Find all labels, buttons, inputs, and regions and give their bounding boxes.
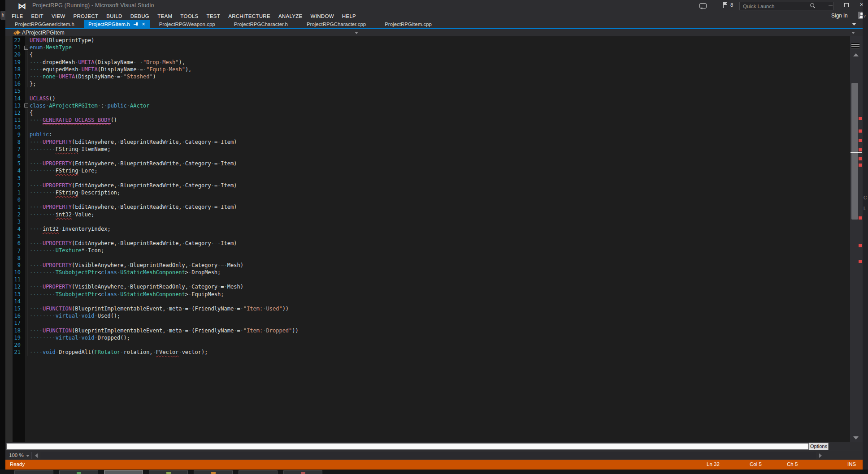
tab-projectrpgitem.cpp[interactable]: ProjectRPGItem.cpp [375, 20, 441, 28]
menu-architecture[interactable]: ARCHITECTURE [224, 13, 274, 19]
code-line[interactable]: ········UTexture*·Icon; [27, 247, 104, 254]
taskbar-button[interactable] [14, 470, 53, 474]
hscroll-left-icon[interactable] [35, 453, 38, 458]
menu-project[interactable]: PROJECT [69, 13, 103, 19]
code-line[interactable]: public: [27, 131, 52, 138]
menu-analyze[interactable]: ANALYZE [274, 13, 307, 19]
menu-team[interactable]: TEAM [153, 13, 176, 19]
restore-button[interactable] [840, 0, 853, 10]
code-line[interactable]: ········TSubobjectPtr<class·UStaticMeshC… [27, 269, 221, 276]
code-line[interactable]: ····UPROPERTY(VisibleAnywhere,·Blueprint… [27, 283, 243, 290]
taskbar-button[interactable] [194, 470, 233, 474]
code-line[interactable]: ····UPROPERTY(EditAnywhere,·BlueprintRea… [27, 203, 237, 211]
code-line[interactable]: ····equipedMesh·UMETA(DisplayName·=·"Equ… [27, 66, 191, 73]
code-line[interactable]: ········FString·Lore; [27, 167, 98, 174]
notification-count[interactable]: 8 [730, 2, 733, 8]
code-row: 8 [5, 254, 850, 262]
feedback-icon[interactable] [699, 3, 707, 9]
scrollbar-thumb[interactable] [851, 83, 858, 220]
taskbar-button[interactable] [283, 470, 322, 474]
find-bar-input[interactable] [6, 443, 809, 450]
tab-projectrpgcharacter.cpp[interactable]: ProjectRPGCharacter.cpp [297, 20, 375, 28]
tab-overflow-icon[interactable] [852, 23, 856, 26]
code-line[interactable]: ····UFUNCTION(BlueprintImplementableEven… [27, 305, 289, 312]
menu-edit[interactable]: EDIT [27, 13, 48, 19]
split-editor-handle[interactable] [851, 43, 859, 49]
tab-projectrpggenericitem.h[interactable]: ProjectRPGGenericItem.h [5, 20, 84, 28]
vertical-scrollbar[interactable] [850, 36, 863, 442]
code-line[interactable]: ····dropedMesh·UMETA(DisplayName·=·"Drop… [27, 59, 185, 66]
taskbar-button[interactable] [239, 470, 278, 474]
code-line[interactable]: ····void·DroppedAlt(FRotator·rotation,·F… [27, 349, 208, 356]
minimize-button[interactable] [824, 0, 837, 10]
line-number: 8 [5, 139, 21, 145]
menu-file[interactable]: FILE [8, 13, 27, 19]
code-token: UPROPERTY [43, 284, 72, 290]
menu-build[interactable]: BUILD [102, 13, 126, 19]
fold-column [21, 218, 27, 225]
menu-debug[interactable]: DEBUG [126, 13, 153, 19]
code-token: ···· [30, 327, 43, 334]
navbar-members-chevron-icon[interactable] [851, 32, 855, 34]
error-mark [859, 157, 862, 160]
scroll-down-icon[interactable] [853, 436, 859, 440]
code-line[interactable]: class·AProjectRPGItem·:·public·AActor [27, 102, 149, 109]
code-line[interactable]: { [27, 51, 33, 58]
code-line[interactable]: ····UPROPERTY(VisibleAnywhere,·Blueprint… [27, 262, 243, 269]
fold-collapse-icon[interactable]: − [24, 103, 28, 108]
quick-launch-input[interactable] [739, 2, 834, 10]
code-line[interactable]: ········int32·Value; [27, 211, 95, 218]
taskbar-button[interactable] [149, 470, 188, 474]
zoom-chevron-icon[interactable] [26, 455, 30, 457]
code-token: Mesh) [227, 284, 243, 290]
code-line[interactable]: ········TSubobjectPtr<class·UStaticMeshC… [27, 291, 224, 298]
code-line[interactable]: ········FString·Description; [27, 189, 120, 196]
code-row: 10 [5, 124, 850, 131]
fold-collapse-icon[interactable]: − [24, 46, 28, 50]
code-token: FVector [156, 349, 179, 355]
horizontal-scrollbar[interactable] [40, 452, 816, 459]
code-line[interactable]: }; [27, 80, 36, 87]
menu-label-post: DIT [35, 13, 43, 19]
scroll-up-icon[interactable] [853, 53, 859, 56]
zoom-level-select[interactable]: 100 % [9, 452, 24, 458]
menu-test[interactable]: TEST [203, 13, 225, 19]
code-line[interactable]: { [27, 109, 33, 116]
code-line[interactable]: ········virtual·void·Dropped(); [27, 334, 130, 341]
taskbar-button[interactable] [104, 470, 143, 474]
menu-window[interactable]: WINDOW [307, 13, 338, 19]
code-token: BlueprintReadWrite, [120, 204, 182, 210]
navbar-types-chevron-icon[interactable] [355, 32, 358, 34]
options-button[interactable]: Options [809, 443, 829, 450]
code-line[interactable]: ····int32·InventoryIndex; [27, 225, 111, 233]
code-line[interactable]: ····UPROPERTY(EditAnywhere,·BlueprintRea… [27, 160, 237, 167]
tab-pin-icon[interactable] [134, 22, 139, 26]
code-token: ···· [30, 59, 43, 65]
tab-close-icon[interactable]: × [142, 22, 145, 26]
tab-projectrpgcharacter.h[interactable]: ProjectRPGCharacter.h [225, 20, 297, 28]
menu-help[interactable]: HELP [338, 13, 360, 19]
code-line[interactable]: ····UPROPERTY(EditAnywhere,·BlueprintRea… [27, 182, 237, 189]
hscroll-right-icon[interactable] [819, 453, 822, 458]
navbar-scope-dropdown[interactable]: AProjectRPGItem [22, 30, 65, 36]
sign-in-link[interactable]: Sign in [831, 13, 848, 19]
tab-projectrpgitem.h[interactable]: ProjectRPGItem.h× [84, 20, 150, 28]
code-line[interactable]: ····UPROPERTY(EditAnywhere,·BlueprintRea… [27, 138, 237, 146]
menu-view[interactable]: VIEW [48, 13, 69, 19]
code-line[interactable]: UENUM(BlueprintType) [27, 37, 95, 44]
code-line[interactable]: enum·MeshType [27, 44, 72, 51]
notifications-flag-icon[interactable] [723, 2, 728, 8]
code-line[interactable]: ········FString·ItemName; [27, 146, 111, 153]
taskbar-button[interactable] [59, 470, 98, 474]
code-token: meta [169, 327, 182, 334]
code-line[interactable]: ········virtual·void·Used(); [27, 312, 120, 319]
menu-tools[interactable]: TOOLS [176, 13, 202, 19]
code-line[interactable]: ····UFUNCTION(BlueprintImplementableEven… [27, 327, 299, 334]
code-line[interactable]: ····UPROPERTY(EditAnywhere,·BlueprintRea… [27, 240, 237, 247]
code-editor[interactable]: 22UENUM(BlueprintType)21−enum·MeshType20… [5, 36, 863, 442]
code-line[interactable]: UCLASS() [27, 95, 56, 102]
tab-projectrpgweapon.cpp[interactable]: ProjectRPGWeapon.cpp [150, 20, 225, 28]
code-line[interactable]: ····none·UMETA(DisplayName·=·"Stashed") [27, 73, 156, 80]
code-token: enum [30, 44, 43, 51]
code-line[interactable]: ····GENERATED_UCLASS_BODY() [27, 116, 117, 124]
